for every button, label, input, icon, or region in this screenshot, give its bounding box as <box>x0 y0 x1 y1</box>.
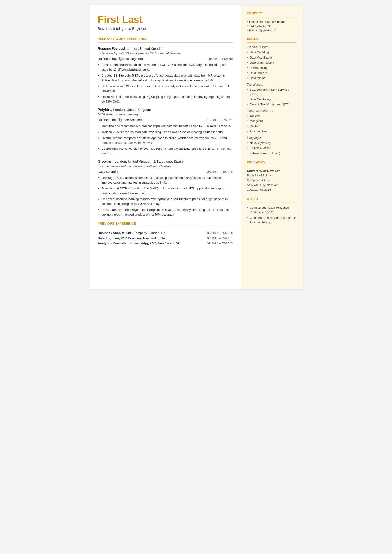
job-1-bullet-4: Optimized ETL processes using Pig Script… <box>98 94 233 104</box>
job-2-bullets: Identified and recommended process impro… <box>98 124 233 156</box>
prev-job-1-title: Business Analyst, ABC Company, London, U… <box>98 231 165 235</box>
job-1-bullet-2: Created SSIS to build 5 ETL processes fo… <box>98 73 233 82</box>
job-2-company-name: Polyhire, <box>98 108 112 112</box>
prev-job-1-dates: 06/2017 – 05/2018 <box>207 231 233 235</box>
section-previous-exp: PREVIOUS EXPERIENCE <box>98 222 233 225</box>
job-3-title: Data Scientist <box>98 170 118 174</box>
skill-1-0: SQL Server Analysis Services (SSAS) <box>247 88 297 97</box>
job-1-row: Business Intelligence Engineer 08/2021 –… <box>98 57 233 61</box>
prev-job-3-title: Analytics Consultant (Internship), ABC, … <box>98 241 180 245</box>
skill-3-0: Navajo (Native) <box>247 141 297 145</box>
skills-title: SKILLS <box>247 37 297 41</box>
job-2-bullet-2: Trained 25 business users in data modeli… <box>98 130 233 135</box>
candidate-name: First Last <box>98 14 233 25</box>
contact-item-0: Hampshire, United Kingdom <box>247 20 297 23</box>
prev-job-2-title: Data Engineer, XYZ Company, New York, US… <box>98 236 165 240</box>
other-item-1: Cloudera Certified Administrator for Apa… <box>247 216 297 225</box>
skill-0-2: Data Warehousing <box>247 61 297 65</box>
edu-dates: 10/2011 - 06/2014 <box>247 188 271 191</box>
skill-3-1: English (Native) <box>247 146 297 150</box>
job-2-bullet-1: Identified and recommended process impro… <box>98 124 233 128</box>
prev-job-2-bold: Data Engineer, <box>98 236 120 240</box>
prev-job-1-rest: ABC Company, London, UK <box>125 231 165 235</box>
job-2-company: Polyhire, London, United Kingdom <box>98 107 233 112</box>
skill-2-0: Tableau <box>247 114 297 118</box>
job-2-bullet-3: Overhauled the company's strategic appro… <box>98 136 233 145</box>
divider-relevant <box>98 43 233 43</box>
job-1-title: Business Intelligence Engineer <box>98 57 143 61</box>
job-1: Resume Worded, London, United Kingdom Fi… <box>98 46 233 104</box>
prev-job-2-rest: XYZ Company, New York, USA <box>120 236 165 240</box>
edu-field: Computer Science <box>247 178 271 182</box>
prev-job-3-rest: ABC, New York, USA <box>149 241 180 245</box>
skill-2-1: MongoDB <box>247 119 297 123</box>
job-3-dates: 06/2018 – 09/2019 <box>207 170 233 174</box>
job-2-dates: 10/2019 – 07/2021 <box>207 118 233 122</box>
right-column: CONTACT Hampshire, United Kingdom +44 12… <box>241 5 302 289</box>
job-2-row: Business Intelligence Architect 10/2019 … <box>98 118 233 122</box>
contact-item-2: first.last@gmail.com <box>247 29 297 32</box>
skill-0-3: Programming <box>247 66 297 70</box>
job-1-bullets: Administered business objects environmen… <box>98 63 233 104</box>
job-2-desc: NYSE-listed finance company <box>98 113 233 116</box>
left-column: First Last Business Intelligence Enginee… <box>90 5 241 289</box>
job-3-bullet-4: Used a random forest algorithm to pinpoi… <box>98 207 233 217</box>
edu-degree: Bachelor of Science Computer Science New… <box>247 173 297 192</box>
job-2-title: Business Intelligence Architect <box>98 118 142 122</box>
job-1-dates: 08/2021 – Present <box>208 57 233 61</box>
edu-school: University of New York <box>247 169 297 173</box>
edu-title: EDUCATION <box>247 161 297 164</box>
section-relevant-work: RELEVANT WORK EXPERIENCE <box>98 37 233 41</box>
job-3-company: Growthsi, London, United Kingdom & Barce… <box>98 159 233 164</box>
job-3-company-rest: London, United Kingdom & Barcelona, Spai… <box>114 160 183 163</box>
job-1-company-name: Resume Worded, <box>98 47 126 50</box>
skill-2-2: Minitab <box>247 124 297 129</box>
other-item-0: Certified business intelligence Professi… <box>247 206 297 215</box>
job-3: Growthsi, London, United Kingdom & Barce… <box>98 159 233 217</box>
skill-0-4: Data analysis <box>247 71 297 75</box>
prev-job-2-dates: 06/2016 – 05/2017 <box>207 236 233 240</box>
skills-cat-0: Technical Skills: <box>247 45 297 49</box>
divider-previous <box>98 227 233 227</box>
job-2-bullet-4: Coordinated the conversion of over 432 r… <box>98 146 233 156</box>
job-3-bullet-3: Designed machine learning models with Py… <box>98 197 233 206</box>
prev-exp-list: Business Analyst, ABC Company, London, U… <box>98 231 233 245</box>
skills-cat-3: Languages: <box>247 136 297 140</box>
skill-0-0: Data Modeling <box>247 50 297 55</box>
candidate-title: Business Intelligence Engineer <box>98 27 233 31</box>
resume-container: First Last Business Intelligence Enginee… <box>90 5 302 289</box>
skill-1-1: Data Monitoring <box>247 97 297 102</box>
job-3-bullet-1: Leveraged 50K Facebook comments to devel… <box>98 176 233 185</box>
other-title: OTHER <box>247 197 297 201</box>
skill-1-2: Extract, Transform, Load (ETL) <box>247 102 297 107</box>
skill-0-1: Data Visualization <box>247 55 297 60</box>
prev-job-1-bold: Business Analyst, <box>98 231 125 235</box>
job-3-desc: Finance training and membership SaaS wit… <box>98 164 233 168</box>
skill-2-3: Apache Hive <box>247 129 297 134</box>
prev-job-1: Business Analyst, ABC Company, London, U… <box>98 231 233 235</box>
job-1-bullet-3: Collaborated with 22 developers and 7 bu… <box>98 84 233 93</box>
edu-degree-text: Bachelor of Science <box>247 174 273 177</box>
job-3-bullet-2: Transformed 55TB of raw data into MySQL … <box>98 186 233 195</box>
skill-3-2: Italian (Conversational) <box>247 151 297 156</box>
job-3-bullets: Leveraged 50K Facebook comments to devel… <box>98 176 233 217</box>
job-1-bullet-1: Administered business objects environmen… <box>98 63 233 72</box>
skills-divider <box>247 43 297 43</box>
contact-title: CONTACT <box>247 12 297 15</box>
job-3-row: Data Scientist 06/2018 – 09/2019 <box>98 170 233 174</box>
job-2: Polyhire, London, United Kingdom NYSE-li… <box>98 107 233 156</box>
other-divider <box>247 203 297 203</box>
contact-divider <box>247 17 297 17</box>
edu-location: New York City, New York <box>247 183 279 187</box>
prev-job-3-bold: Analytics Consultant (Internship), <box>98 241 149 245</box>
skill-0-5: Data Mining <box>247 76 297 80</box>
job-1-desc: Fintech startup with 20 employees and $1… <box>98 51 233 55</box>
job-2-company-rest: London, United Kingdom <box>112 108 151 112</box>
job-3-company-name: Growthsi, <box>98 160 114 163</box>
job-1-company: Resume Worded, London, United Kingdom <box>98 46 233 51</box>
skills-cat-1: Techniques: <box>247 83 297 86</box>
prev-job-3: Analytics Consultant (Internship), ABC, … <box>98 241 233 245</box>
prev-job-3-dates: 07/2014 – 05/2015 <box>207 241 233 245</box>
skills-cat-2: Tools and Software: <box>247 109 297 113</box>
contact-item-1: +44 123456789 <box>247 24 297 28</box>
